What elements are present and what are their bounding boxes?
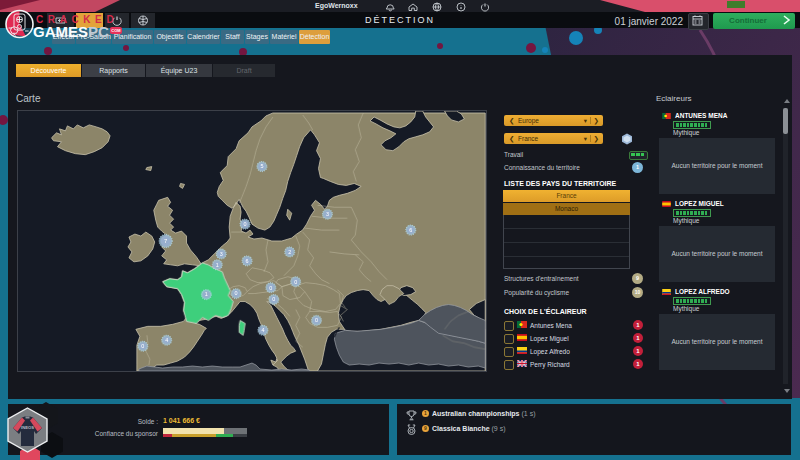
svg-text:0: 0 bbox=[315, 317, 318, 323]
svg-text:1: 1 bbox=[216, 262, 219, 268]
svg-text:3: 3 bbox=[326, 211, 329, 217]
svg-text:0: 0 bbox=[269, 285, 272, 291]
svg-text:7: 7 bbox=[164, 238, 167, 244]
svg-text:0: 0 bbox=[294, 279, 297, 285]
svg-text:3: 3 bbox=[220, 251, 223, 257]
svg-text:4: 4 bbox=[165, 337, 168, 343]
svg-text:2: 2 bbox=[288, 249, 291, 255]
svg-text:0: 0 bbox=[272, 296, 275, 302]
svg-text:1: 1 bbox=[205, 291, 208, 297]
svg-text:6: 6 bbox=[246, 258, 249, 264]
svg-text:0: 0 bbox=[244, 221, 247, 227]
svg-text:0: 0 bbox=[141, 343, 144, 349]
svg-text:5: 5 bbox=[260, 163, 263, 169]
svg-text:6: 6 bbox=[409, 227, 412, 233]
svg-text:0: 0 bbox=[235, 290, 238, 296]
svg-text:4: 4 bbox=[261, 327, 264, 333]
svg-text:INEOS: INEOS bbox=[21, 425, 34, 430]
